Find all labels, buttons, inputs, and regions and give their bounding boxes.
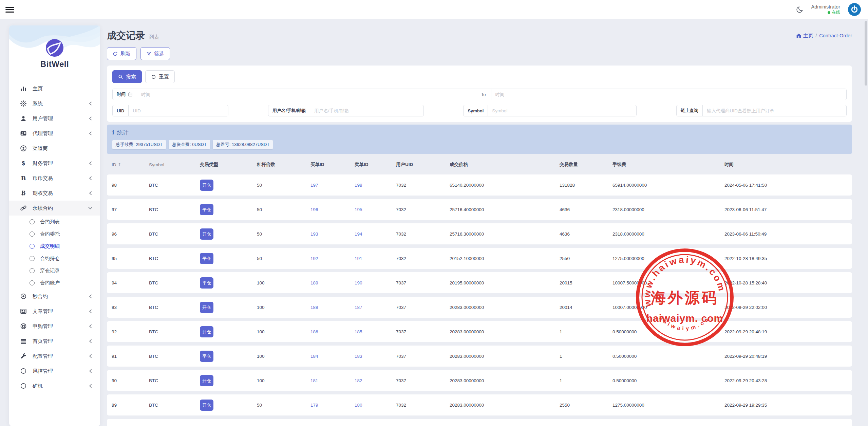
sidebar-item-16[interactable]: 矿机 [9, 378, 100, 393]
sidebar-subitem-4[interactable]: 合约持仓 [9, 252, 100, 264]
cell-symbol: BTC [149, 329, 200, 334]
reset-button[interactable]: 重置 [145, 70, 175, 83]
user-info[interactable]: Administrator 在线 [811, 4, 840, 15]
sidebar-logo-area: BitWell [9, 25, 100, 76]
radio-circle-icon [30, 219, 35, 224]
time-from-input[interactable] [137, 89, 476, 100]
sidebar-item-label: 配置管理 [33, 353, 53, 359]
cell-amount: 20014 [560, 305, 612, 310]
sidebar-item-2[interactable]: 系统 [9, 96, 100, 111]
hamburger-menu-icon[interactable] [5, 5, 14, 14]
sidebar-subitem-2[interactable]: 合约委托 [9, 228, 100, 240]
symbol-input[interactable] [488, 105, 636, 116]
sidebar-subitem-6[interactable]: 合约账户 [9, 277, 100, 289]
sell-id-link[interactable]: 182 [355, 378, 362, 383]
cell-fee: 10007.50000000 [612, 280, 724, 285]
dark-mode-toggle[interactable] [796, 5, 804, 14]
bitwell-logo-icon [45, 38, 64, 57]
sidebar-item-1[interactable]: 主页 [9, 81, 100, 96]
time-to-input[interactable] [491, 89, 846, 100]
buy-id-link[interactable]: 181 [310, 378, 318, 383]
buy-id-link[interactable]: 197 [310, 183, 318, 188]
cell-price: 20283.00000000 [450, 305, 560, 310]
cell-id: 95 [112, 256, 149, 261]
buy-id-link[interactable]: 189 [310, 280, 318, 285]
cell-id: 94 [112, 280, 149, 285]
cell-uid: 7037 [396, 329, 450, 334]
buy-id-link[interactable]: 196 [310, 207, 318, 212]
sell-id-link[interactable]: 194 [355, 231, 362, 237]
sidebar-subitem-5[interactable]: 穿仓记录 [9, 264, 100, 277]
letter-b-icon: B [19, 175, 27, 182]
cell-sell-id: 198 [355, 183, 396, 188]
sidebar-item-15[interactable]: 风控管理 [9, 364, 100, 378]
sidebar-item-4[interactable]: 代理管理 [9, 126, 100, 141]
cell-uid: 7032 [396, 256, 450, 261]
cell-id: 89 [112, 403, 149, 408]
sidebar-item-3[interactable]: 用户管理 [9, 111, 100, 126]
sell-id-link[interactable]: 195 [355, 207, 362, 212]
search-button[interactable]: 搜索 [112, 70, 142, 83]
trade-type-badge: 平仓 [200, 204, 213, 215]
cell-lever: 100 [257, 329, 310, 334]
chain-query-input[interactable] [703, 105, 846, 116]
username-input[interactable] [310, 105, 423, 116]
logout-power-button[interactable] [848, 3, 861, 16]
filter-button[interactable]: 筛选 [140, 47, 170, 60]
sidebar-item-6[interactable]: $财务管理 [9, 156, 100, 171]
radio-circle-icon [30, 256, 35, 261]
sidebar-item-13[interactable]: 首页管理 [9, 334, 100, 349]
cell-time: 2022-09-29 20:43:28 [724, 378, 852, 383]
cell-sell-id: 185 [355, 329, 396, 334]
buy-id-link[interactable]: 184 [310, 354, 318, 359]
brand-name: BitWell [9, 59, 100, 69]
buy-id-link[interactable]: 192 [310, 256, 318, 261]
sell-id-link[interactable]: 198 [355, 183, 362, 188]
sidebar-item-8[interactable]: B期权交易 [9, 186, 100, 201]
sidebar-subitem-1[interactable]: 合约列表 [9, 216, 100, 228]
buy-id-link[interactable]: 188 [310, 305, 318, 310]
cell-fee: 1275.00000000 [612, 403, 724, 408]
uid-input[interactable] [129, 105, 228, 116]
buy-id-link[interactable]: 193 [310, 231, 318, 237]
cell-time: 2022-09-29 20:48:19 [724, 329, 852, 334]
sidebar-item-5[interactable]: 渠道商 [9, 141, 100, 156]
buy-id-link[interactable]: 179 [310, 403, 318, 408]
sell-id-link[interactable]: 180 [355, 403, 362, 408]
cell-price: 20195.00000000 [450, 280, 560, 285]
sidebar-subitem-label: 合约委托 [40, 231, 60, 237]
sidebar-item-9[interactable]: 永续合约 [9, 201, 100, 216]
cell-symbol: BTC [149, 207, 200, 212]
cell-symbol: BTC [149, 280, 200, 285]
sell-id-link[interactable]: 190 [355, 280, 362, 285]
sell-id-link[interactable]: 183 [355, 354, 362, 359]
cell-fee: 2318.00000000 [612, 207, 724, 212]
sidebar-item-14[interactable]: 配置管理 [9, 349, 100, 364]
time-from-field: 时间 To [112, 89, 847, 100]
sidebar-item-7[interactable]: B币币交易 [9, 171, 100, 186]
sell-id-link[interactable]: 187 [355, 305, 362, 310]
buy-id-link[interactable]: 186 [310, 329, 318, 334]
chain-query-field: 链上查询 [676, 105, 847, 116]
chain-query-label: 链上查询 [677, 105, 703, 116]
page-scrollbar-thumb[interactable] [865, 21, 867, 86]
sidebar-item-11[interactable]: 文章管理 [9, 304, 100, 319]
column-header-9: 交易数量 [560, 162, 612, 168]
cell-symbol: BTC [149, 378, 200, 383]
cell-fee: 0.50000000 [612, 354, 724, 359]
cell-lever: 50 [257, 207, 310, 212]
breadcrumb-current[interactable]: Contract-Order [819, 33, 852, 38]
sell-id-link[interactable]: 191 [355, 256, 362, 261]
column-header-1[interactable]: ID↑ [112, 162, 149, 167]
sidebar-item-12[interactable]: 申购管理 [9, 319, 100, 334]
table-row: 96BTC开仓50193194703225716.300000004636231… [107, 223, 852, 244]
cell-time: 2022-10-28 15:28:40 [724, 280, 852, 285]
cell-uid: 7032 [396, 183, 450, 188]
breadcrumb-home-link[interactable]: 主页 [796, 33, 813, 39]
refresh-button[interactable]: 刷新 [107, 47, 136, 60]
sell-id-link[interactable]: 185 [355, 329, 362, 334]
sidebar-item-10[interactable]: 秒合约 [9, 289, 100, 304]
symbol-label: Symbol [464, 105, 488, 116]
sidebar-subitem-3[interactable]: 成交明细 [9, 240, 100, 252]
cell-lever: 100 [257, 305, 310, 310]
